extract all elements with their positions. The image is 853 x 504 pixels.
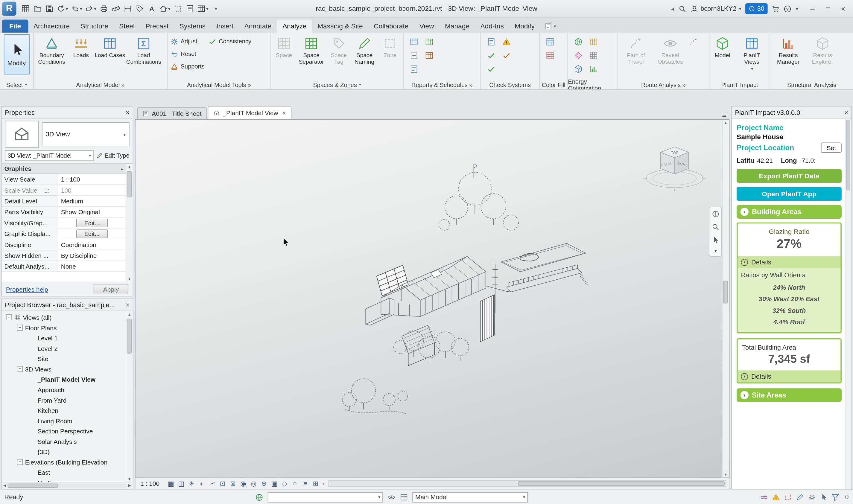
reveal-hidden-icon[interactable]: ◉	[239, 480, 247, 487]
check-circuits-icon[interactable]	[500, 49, 513, 61]
panel-label-analytical-model[interactable]: Analytical Model»	[34, 80, 167, 89]
panel-schedule-icon[interactable]	[423, 36, 435, 48]
ribbon-tab-manage[interactable]: Manage	[440, 19, 475, 33]
sheet-list-icon[interactable]	[423, 49, 435, 61]
active-workset-combo[interactable]: ▾	[268, 492, 383, 503]
type-selector-dropdown[interactable]: 3D View▾	[42, 122, 129, 146]
temporary-hide-icon[interactable]: ⊠	[229, 480, 237, 487]
tree-item-elevations[interactable]: −Elevations (Building Elevation	[1, 457, 125, 467]
collapse-icon[interactable]: −	[17, 459, 23, 465]
sun-path-icon[interactable]: ☀	[188, 480, 195, 487]
zoom-icon[interactable]	[711, 223, 719, 231]
total-details-toggle[interactable]: ▼ Details	[738, 370, 841, 382]
modify-button[interactable]: Modify	[4, 34, 30, 75]
status-link-icon[interactable]	[760, 493, 768, 501]
delete-energy-model-icon[interactable]	[588, 49, 600, 61]
collapse-infocenter-icon[interactable]: ◀	[671, 6, 674, 11]
building-areas-header[interactable]: ▲ Building Areas	[736, 205, 842, 218]
loads-button[interactable]: Loads	[69, 34, 93, 60]
selection-options-icon[interactable]: ≡	[302, 480, 309, 487]
tree-item-from-yard[interactable]: From Yard	[1, 395, 125, 405]
status-edit-icon[interactable]	[796, 493, 804, 501]
panel-label-spaces-zones[interactable]: Spaces & Zones▾	[271, 80, 403, 89]
more-tools-icon[interactable]: ⊞	[312, 480, 319, 487]
notification-badge[interactable]: 30	[745, 3, 767, 14]
shadows-icon[interactable]: ◐	[198, 480, 206, 487]
revit-logo[interactable]: R	[2, 1, 16, 16]
ribbon-tab-precast[interactable]: Precast	[140, 19, 174, 33]
tree-item-views-all[interactable]: −Views (all)	[1, 312, 125, 323]
panel-label-planit-impact[interactable]: PlanIT Impact	[709, 80, 770, 89]
ribbon-tab-modify[interactable]: Modify	[509, 19, 540, 33]
property-row[interactable]: Show Hidden ...By Discipline	[1, 250, 126, 261]
graphic-display-edit-button[interactable]: Edit...	[76, 229, 108, 238]
panel-label-check-systems[interactable]: Check Systems	[481, 80, 539, 89]
tree-item-section-perspective[interactable]: Section Perspective	[1, 426, 125, 436]
properties-help-link[interactable]: Properties help	[6, 286, 48, 292]
measure-icon[interactable]	[110, 2, 121, 15]
status-gear-icon[interactable]	[808, 493, 816, 501]
help-menu-icon[interactable]: ▾	[796, 6, 798, 11]
property-row[interactable]: Parts VisibilityShow Original	[1, 207, 126, 217]
property-row[interactable]: Visibility/Grap...Edit...	[1, 217, 126, 228]
planit-scrollbar[interactable]	[845, 119, 852, 489]
planit-views-button[interactable]: PlanIT Views▾	[735, 34, 769, 74]
supports-button[interactable]: Supports	[169, 61, 207, 72]
tree-item-living-room[interactable]: Living Room	[1, 415, 125, 426]
tree-item-3d[interactable]: {3D}	[1, 447, 125, 457]
panel-label-energy-optimization[interactable]: Energy Optimization	[568, 80, 617, 89]
set-location-button[interactable]: Set	[821, 142, 842, 153]
results-manager-button[interactable]: Results Manager	[771, 34, 805, 67]
schedule-quantities-icon[interactable]	[408, 36, 420, 48]
ribbon-tab-annotate[interactable]: Annotate	[239, 19, 277, 33]
default-3d-view-icon[interactable]: ▾	[158, 2, 171, 15]
view-tab-title-sheet[interactable]: A001 - Title Sheet	[137, 107, 207, 119]
switch-windows-icon[interactable]: ▾	[196, 2, 210, 15]
browser-vertical-scrollbar[interactable]: ▲▼	[126, 311, 133, 482]
glazing-details-toggle[interactable]: ▲ Details	[738, 256, 841, 268]
tool-options-icon[interactable]: ▾	[545, 22, 556, 33]
views-grid-icon[interactable]	[19, 2, 31, 15]
view-cube[interactable]: TOP FRONT RIGHT	[642, 138, 707, 193]
panel-label-select[interactable]: Select▾	[0, 80, 33, 89]
results-explorer-button[interactable]: Results Explorer	[806, 34, 839, 67]
aligned-dimension-icon[interactable]	[122, 2, 133, 15]
help-icon[interactable]	[783, 4, 792, 13]
space-tag-button[interactable]: Space Tag	[327, 34, 351, 67]
temporary-view-properties-icon[interactable]: ⊕	[260, 480, 267, 487]
visibility-edit-button[interactable]: Edit...	[76, 218, 108, 227]
detail-level-icon[interactable]: ▦	[167, 480, 175, 487]
tree-item-level-2[interactable]: Level 2	[1, 343, 125, 354]
tree-item-kitchen[interactable]: Kitchen	[1, 405, 125, 416]
check-duct-icon[interactable]	[485, 36, 497, 48]
view-tab-planit-model-view[interactable]: _PlanIT Model View×	[208, 106, 291, 119]
expand-icon[interactable]: ▼	[741, 391, 749, 399]
space-button[interactable]: Space	[272, 34, 296, 60]
check-systems-icon[interactable]	[485, 63, 497, 75]
tree-item-3d-views[interactable]: −3D Views	[1, 364, 125, 374]
scroll-left-icon[interactable]: ‹	[323, 480, 325, 487]
filter-icon[interactable]	[831, 493, 839, 501]
tree-item-approach[interactable]: Approach	[1, 385, 125, 395]
create-energy-model-icon[interactable]	[572, 49, 584, 61]
design-option-combo[interactable]: Main Model▾	[413, 492, 528, 503]
property-row[interactable]: View Scale1 : 100	[1, 174, 126, 185]
viewcube-top-label[interactable]: TOP	[671, 150, 679, 155]
load-cases-button[interactable]: Load Cases	[94, 34, 126, 60]
space-separator-button[interactable]: Space Separator	[297, 34, 326, 67]
tree-item-floor-plans[interactable]: −Floor Plans	[1, 322, 125, 333]
analysis-display-icon[interactable]: ○	[291, 480, 299, 487]
boundary-conditions-button[interactable]: Boundary Conditions	[35, 34, 69, 67]
property-row[interactable]: Graphic Displa...Edit...	[1, 229, 126, 239]
duct-legend-icon[interactable]	[544, 36, 556, 48]
canvas-horizontal-scrollbar[interactable]	[328, 480, 726, 487]
close-tab-icon[interactable]: ×	[282, 109, 286, 116]
load-combinations-button[interactable]: Load Combinations	[127, 34, 161, 67]
reveal-constraints-icon[interactable]: ◇	[281, 480, 288, 487]
property-row[interactable]: Default Analys...None	[1, 261, 126, 272]
panel-label-analytical-model-tools[interactable]: Analytical Model Tools»	[167, 80, 270, 89]
panel-label-structural-analysis[interactable]: Structural Analysis	[770, 80, 853, 89]
search-icon[interactable]	[678, 4, 686, 13]
tree-item-north[interactable]: North	[1, 478, 125, 482]
section-icon[interactable]	[172, 2, 183, 15]
